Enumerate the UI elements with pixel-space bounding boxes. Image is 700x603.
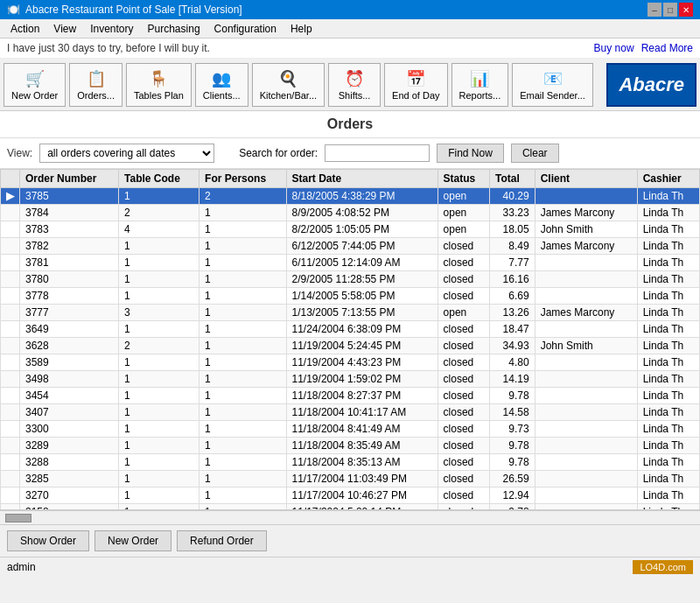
cell-date: 1/13/2005 7:13:55 PM (286, 305, 438, 321)
bottom-btn-refund-order[interactable]: Refund Order (177, 530, 267, 551)
clear-button[interactable]: Clear (511, 144, 559, 163)
cell-date: 8/2/2005 1:05:05 PM (286, 221, 438, 238)
toolbar-btn-orders[interactable]: 📋Orders... (69, 63, 122, 107)
cell-client (535, 404, 637, 421)
menu-item-view[interactable]: View (46, 21, 83, 37)
orders-label: Orders... (77, 90, 115, 101)
cell-date: 11/19/2004 1:59:02 PM (286, 371, 438, 388)
cell-status: closed (438, 388, 490, 404)
close-button[interactable]: ✕ (679, 3, 693, 17)
row-indicator (1, 404, 20, 421)
hscroll-thumb[interactable] (5, 514, 32, 522)
bottom-btn-new-order[interactable]: New Order (94, 530, 172, 551)
table-row[interactable]: 32701111/17/2004 10:46:27 PMclosed12.94L… (1, 487, 700, 504)
row-indicator (1, 255, 20, 271)
row-indicator (1, 221, 20, 238)
row-indicator (1, 205, 20, 221)
table-row[interactable]: 3780112/9/2005 11:28:55 PMclosed16.16Lin… (1, 271, 700, 288)
cell-client (535, 454, 637, 471)
table-row[interactable]: 36282111/19/2004 5:24:45 PMclosed34.93Jo… (1, 338, 700, 354)
cell-total: 13.26 (490, 305, 536, 321)
table-row[interactable]: 31581111/17/2004 5:00:14 PMclosed9.78Lin… (1, 504, 700, 511)
table-row[interactable]: 32891111/18/2004 8:35:49 AMclosed9.78Lin… (1, 438, 700, 454)
bottom-btn-show-order[interactable]: Show Order (7, 530, 89, 551)
view-select[interactable]: all orders covering all dates (39, 144, 214, 163)
cell-status: closed (438, 404, 490, 421)
cell-date: 2/9/2005 11:28:55 PM (286, 271, 438, 288)
search-label: Search for order: (239, 147, 318, 159)
row-indicator (1, 454, 20, 471)
col-client: Client (535, 170, 637, 188)
find-now-button[interactable]: Find Now (437, 144, 504, 163)
table-row[interactable]: 35891111/19/2004 4:43:23 PMclosed4.80Lin… (1, 354, 700, 371)
cell-date: 11/19/2004 4:43:23 PM (286, 354, 438, 371)
table-row[interactable]: ▶3785128/18/2005 4:38:29 PMopen40.29Lind… (1, 188, 700, 205)
toolbar-btn-kitchen-bar[interactable]: 🍳Kitchen/Bar... (252, 63, 325, 107)
cell-date: 11/17/2004 10:46:27 PM (286, 487, 438, 504)
horizontal-scrollbar[interactable] (0, 510, 700, 524)
cell-cashier: Linda Th (637, 205, 699, 221)
row-indicator (1, 487, 20, 504)
current-user: admin (7, 561, 36, 573)
cell-status: closed (438, 338, 490, 354)
menu-item-help[interactable]: Help (284, 21, 319, 37)
toolbar-btn-shifts[interactable]: ⏰Shifts... (328, 63, 381, 107)
table-row[interactable]: 34541111/18/2004 8:27:37 PMclosed9.78Lin… (1, 388, 700, 404)
orders-table-body: ▶3785128/18/2005 4:38:29 PMopen40.29Lind… (1, 188, 700, 511)
table-row[interactable]: 32881111/18/2004 8:35:13 AMclosed9.78Lin… (1, 454, 700, 471)
menu-item-action[interactable]: Action (4, 21, 46, 37)
cell-date: 1/14/2005 5:58:05 PM (286, 288, 438, 305)
toolbar-btn-end-of-day[interactable]: 📅End of Day (384, 63, 447, 107)
toolbar-btn-email-sender[interactable]: 📧Email Sender... (512, 63, 593, 107)
row-indicator (1, 338, 20, 354)
cell-table: 1 (119, 487, 200, 504)
cell-total: 6.69 (490, 288, 536, 305)
buy-now-link[interactable]: Buy now (594, 42, 634, 54)
title-bar-left: 🍽️ Abacre Restaurant Point of Sale [Tria… (7, 4, 242, 16)
minimize-button[interactable]: – (648, 3, 662, 17)
cell-persons: 1 (200, 471, 286, 487)
cell-date: 11/24/2004 6:38:09 PM (286, 321, 438, 338)
table-row[interactable]: 3778111/14/2005 5:58:05 PMclosed6.69Lind… (1, 288, 700, 305)
cell-order: 3288 (20, 454, 119, 471)
toolbar-btn-tables-plan[interactable]: 🪑Tables Plan (126, 63, 192, 107)
email-sender-icon: 📧 (543, 69, 563, 88)
table-row[interactable]: 32851111/17/2004 11:03:49 PMclosed26.59L… (1, 471, 700, 487)
read-more-link[interactable]: Read More (641, 42, 693, 54)
cell-total: 16.16 (490, 271, 536, 288)
cell-total: 8.49 (490, 238, 536, 255)
cell-order: 3784 (20, 205, 119, 221)
menu-item-purchasing[interactable]: Purchasing (141, 21, 207, 37)
end-of-day-label: End of Day (392, 90, 439, 101)
table-row[interactable]: 33001111/18/2004 8:41:49 AMclosed9.73Lin… (1, 421, 700, 438)
table-row[interactable]: 3784218/9/2005 4:08:52 PMopen33.23James … (1, 205, 700, 221)
table-row[interactable]: 36491111/24/2004 6:38:09 PMclosed18.47Li… (1, 321, 700, 338)
shifts-icon: ⏰ (345, 69, 364, 88)
kitchen-bar-icon: 🍳 (278, 69, 298, 88)
table-row[interactable]: 3781116/11/2005 12:14:09 AMclosed7.77Lin… (1, 255, 700, 271)
menu-item-configuration[interactable]: Configuration (207, 21, 284, 37)
cell-status: closed (438, 371, 490, 388)
menu-item-inventory[interactable]: Inventory (83, 21, 140, 37)
table-row[interactable]: 3782116/12/2005 7:44:05 PMclosed8.49Jame… (1, 238, 700, 255)
cell-total: 9.78 (490, 388, 536, 404)
table-row[interactable]: 34981111/19/2004 1:59:02 PMclosed14.19Li… (1, 371, 700, 388)
cell-order: 3498 (20, 371, 119, 388)
table-row[interactable]: 3783418/2/2005 1:05:05 PMopen18.05John S… (1, 221, 700, 238)
cell-table: 1 (119, 504, 200, 511)
toolbar-btn-reports[interactable]: 📊Reports... (452, 63, 509, 107)
table-row[interactable]: 3777311/13/2005 7:13:55 PMopen13.26James… (1, 305, 700, 321)
cell-date: 8/9/2005 4:08:52 PM (286, 205, 438, 221)
tables-plan-icon: 🪑 (149, 69, 168, 88)
toolbar-btn-clients[interactable]: 👥Clients... (195, 63, 248, 107)
toolbar-btn-new-order[interactable]: 🛒New Order (4, 63, 66, 107)
cell-table: 1 (119, 255, 200, 271)
col-status: Status (438, 170, 490, 188)
tables-plan-label: Tables Plan (134, 90, 184, 101)
search-input[interactable] (325, 144, 430, 162)
cell-cashier: Linda Th (637, 338, 699, 354)
table-row[interactable]: 34071111/18/2004 10:41:17 AMclosed14.58L… (1, 404, 700, 421)
cell-status: closed (438, 255, 490, 271)
maximize-button[interactable]: □ (663, 3, 677, 17)
cell-total: 12.94 (490, 487, 536, 504)
